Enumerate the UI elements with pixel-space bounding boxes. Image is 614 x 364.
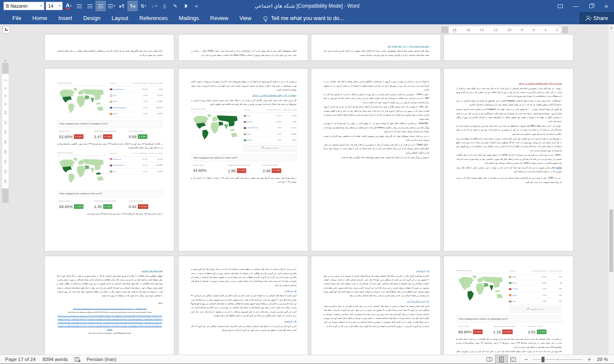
- page-thumbnail[interactable]: امکان پیشنهادهای آنلاین موثر از فیلتر مو…: [178, 34, 308, 61]
- page-thumbnail[interactable]: شبکه های اجتماعی کاربر از ابزارهای تکنول…: [311, 34, 441, 61]
- paragraph: در این نرم افزار شماره موبایلتان همان نا…: [324, 134, 429, 142]
- scrollbar-thumb[interactable]: [609, 209, 613, 272]
- ribbon-tab[interactable]: References: [134, 12, 173, 24]
- page-thumbnail[interactable]: Visitors by Country CountryPercent of Vi…: [44, 68, 174, 251]
- alexa-line-widget[interactable]: Visitors by Country CountryPercent of Vi…: [57, 151, 163, 210]
- line-spacing-button[interactable]: ⇅▾: [139, 1, 148, 11]
- font-size-combo[interactable]: 14▾: [46, 2, 63, 10]
- word-count-indicator[interactable]: 8394 words: [39, 357, 71, 362]
- font-color-button[interactable]: A▾: [64, 1, 73, 11]
- align-left-button[interactable]: [75, 1, 84, 11]
- paragraph: سهولت گفتگو و تبادل اطلاعات با دیگران از…: [57, 274, 163, 298]
- close-button[interactable]: ×: [599, 0, 614, 12]
- tell-me-box[interactable]: Tell me what you want to do...: [264, 15, 344, 21]
- table-row: Indonesia15.1%23,737: [110, 156, 163, 162]
- chevron-down-icon: ▾: [40, 4, 42, 8]
- page-thumbnail[interactable]: معرفی نرم افزارهای شبکه‌های اجتماعی در م…: [443, 68, 573, 251]
- hyperlink[interactable]: http://www.mashreghnews.ir/fa/news/27216…: [57, 315, 163, 332]
- proofing-errors-button[interactable]: ✗: [75, 357, 80, 362]
- ruler-margin-bottom: [2, 188, 9, 203]
- zoom-level-indicator[interactable]: 39 %: [596, 357, 612, 362]
- paragraph: دارای اهمیت است و از جمله فاکتورهای کلید…: [57, 49, 163, 57]
- help-icon: ?: [558, 317, 559, 321]
- ribbon-tab[interactable]: Review: [205, 12, 234, 24]
- country-flag-icon: [110, 89, 113, 90]
- page-number-indicator[interactable]: Page 17 of 24: [2, 357, 39, 362]
- page-thumbnail[interactable]: کاربران فراغتی «کاربران فراغتی» گروه دیگ…: [311, 256, 441, 364]
- language-indicator[interactable]: Persian (Iran): [83, 357, 120, 362]
- tab-selector-button[interactable]: [3, 26, 10, 34]
- print-layout-button[interactable]: [495, 355, 507, 364]
- customize-qat-button[interactable]: ≂: [192, 1, 201, 11]
- upgrade-link[interactable]: Upgrade to View: [509, 306, 562, 312]
- oovoo-link[interactable]: ooVoo: [556, 167, 562, 169]
- table-row: Brazil14.0%48: [509, 280, 562, 286]
- country-flag-icon: [110, 171, 113, 173]
- section-heading: استفاده از آمار ترافیک شبکه‌های اجتماعی …: [191, 93, 297, 97]
- font-name-combo[interactable]: B Nazanin▾: [3, 2, 44, 10]
- zoom-out-button[interactable]: −: [524, 356, 529, 363]
- ribbon-tab[interactable]: Home: [27, 12, 53, 24]
- ribbon-display-options-button[interactable]: ↑: [553, 0, 568, 12]
- minimize-button[interactable]: —: [568, 0, 583, 12]
- alexa-whatsapp-widget[interactable]: Visitors by Country CountryPercent of Vi…: [456, 269, 562, 335]
- rtl-text-direction-button[interactable]: ¶◂: [128, 1, 137, 11]
- country-flag-icon: [244, 121, 246, 123]
- restore-button[interactable]: [583, 0, 599, 12]
- zoom-in-button[interactable]: +: [587, 356, 592, 363]
- center-icon: [87, 4, 93, 8]
- paragraph: از مواردی که در این نرم افزار آندروید وج…: [191, 80, 297, 92]
- page-thumbnail[interactable]: دارای اهمیت است و از جمله فاکتورهای کلید…: [44, 34, 174, 61]
- quick-access-toolbar: B Nazanin▾ 14▾ A▾ ▾ ▸¶ ¶◂ ⇅▾ ☼▾ ▯ ✎ ❥ ≂: [0, 1, 201, 11]
- alexa-viber-widget[interactable]: Visitors by Country CountryPercent of Vi…: [191, 107, 297, 174]
- ruler-number: 8: [521, 28, 523, 32]
- scroll-up-icon[interactable]: ▲: [608, 24, 614, 30]
- hanging-indent-marker[interactable]: [453, 31, 456, 33]
- ribbon-tab[interactable]: Mailings: [173, 12, 205, 24]
- ltr-text-direction-button[interactable]: ▸¶: [117, 1, 127, 11]
- page-thumbnail[interactable]: Visitors by Country CountryPercent of Vi…: [443, 256, 573, 364]
- highlighter-button[interactable]: ❥: [181, 1, 191, 11]
- vertical-scrollbar[interactable]: ▲: [608, 24, 614, 355]
- hyperlink[interactable]: http://www.andersonanalytics.com/SNStype…: [57, 332, 163, 335]
- horizontal-ruler[interactable]: 18161412108642: [441, 26, 568, 33]
- page-thumbnail[interactable]: فواید شبکه های اجتماعی سهولت گفتگو و تبا…: [44, 256, 174, 364]
- read-mode-button[interactable]: [484, 355, 495, 364]
- vertical-ruler[interactable]: 2 24681012141618202224: [2, 60, 9, 203]
- table-row: United States64.9%7,585: [110, 87, 163, 92]
- paragraph: - دی دی ( DiDi ) : یکی از شبیه ترین نرم …: [456, 176, 562, 184]
- alexa-telegram-widget[interactable]: Visitors by Country CountryPercent of Vi…: [57, 81, 163, 140]
- share-button[interactable]: + Share: [579, 12, 614, 24]
- ribbon-tab[interactable]: File: [7, 12, 27, 24]
- align-right-button[interactable]: [96, 1, 105, 11]
- map-label: Visitors by Country: [456, 269, 505, 274]
- justify-button[interactable]: ▾: [107, 1, 116, 11]
- close-icon: ×: [605, 3, 608, 10]
- ribbon-tab[interactable]: View: [234, 12, 257, 24]
- upgrade-link[interactable]: Upgrade to View: [244, 145, 297, 151]
- zoom-slider-thumb[interactable]: [542, 357, 544, 362]
- page-thumbnail[interactable]: دارند و برخی از آنها از تعدادی از رسانه …: [178, 256, 308, 364]
- ribbon-tab[interactable]: Design: [78, 12, 106, 24]
- shading-button[interactable]: ☼▾: [149, 1, 159, 11]
- ribbon-tabs: FileHomeInsertDesignLayoutReferencesMail…: [0, 12, 257, 24]
- center-button[interactable]: [85, 1, 95, 11]
- ribbon-tab[interactable]: Layout: [106, 12, 134, 24]
- page-thumbnail[interactable]: با استفاده از این نرم افزار می توانید به…: [311, 68, 441, 251]
- error-x-icon: ✗: [78, 359, 81, 363]
- print-layout-icon: [499, 357, 504, 362]
- hyperlink[interactable]: http://www.sociallyawareblog.com/2012/11…: [57, 311, 163, 314]
- paragraph: - وایبر ( Viber ) : محبوبترین نرم افزار …: [324, 92, 429, 104]
- table-row: Italy4.8%150: [509, 298, 562, 304]
- country-table: CountryPercent of VisitorsRank in Countr…: [244, 107, 297, 152]
- paragraph: آخرین گروه کاربران اینترنتی که از شبکه ه…: [191, 324, 297, 332]
- format-painter-button[interactable]: ✎: [171, 1, 180, 11]
- copy-button[interactable]: ▯: [160, 1, 169, 11]
- page-thumbnail[interactable]: [443, 34, 573, 61]
- zoom-slider[interactable]: [533, 359, 583, 360]
- hyperlink[interactable]: http://www.huffingtonpost.com/brian-honi…: [57, 307, 163, 311]
- page-thumbnail[interactable]: از مواردی که در این نرم افزار آندروید وج…: [178, 68, 308, 251]
- ruler-number: 2: [4, 79, 7, 81]
- ribbon-tab[interactable]: Insert: [53, 12, 78, 24]
- web-layout-button[interactable]: [507, 355, 519, 364]
